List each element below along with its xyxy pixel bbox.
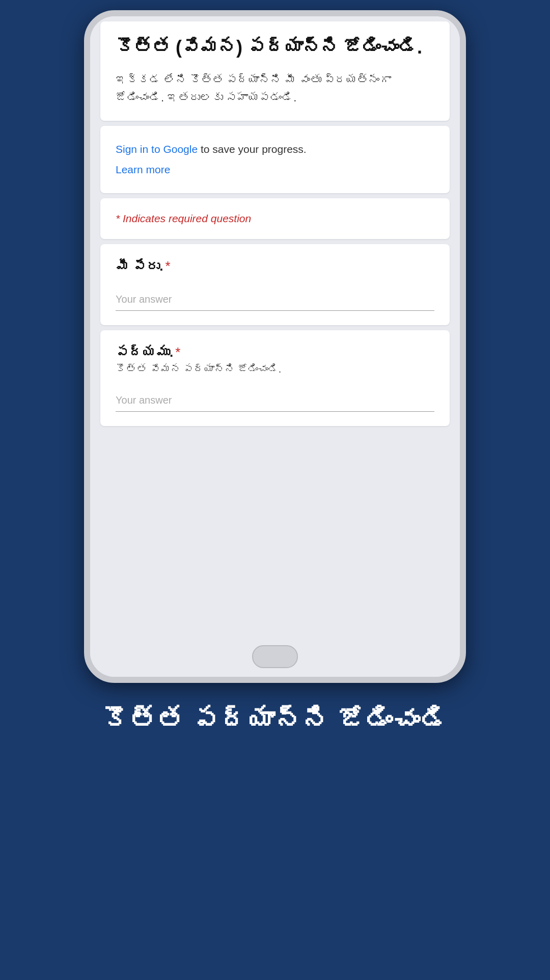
- signin-card: Sign in to Google to save your progress.…: [100, 126, 450, 193]
- form-title: కొత్త (వేమన) పద్యాన్ని జోడించండి.: [116, 36, 434, 60]
- name-required-star: *: [165, 258, 170, 274]
- phone-home-button-area: [90, 636, 460, 677]
- poem-label-text: పద్యము.: [116, 345, 173, 360]
- poem-required-star: *: [175, 345, 180, 360]
- bottom-title: కొత్త పద్యాన్ని జోడించండి: [71, 703, 479, 738]
- home-button[interactable]: [252, 645, 298, 668]
- signin-middle-text: to save your progress.: [198, 143, 307, 155]
- name-label-text: మీ పేరు.: [116, 258, 163, 274]
- name-field-card: మీ పేరు.*: [100, 244, 450, 325]
- required-card: * Indicates required question: [100, 198, 450, 239]
- phone-device: కొత్త (వేమన) పద్యాన్ని జోడించండి. ఇక్కడ …: [84, 10, 466, 683]
- sign-in-google-link[interactable]: Sign in to Google: [116, 143, 198, 155]
- poem-sub-label: కొత్త వేమన పద్యాన్ని జోడించండి.: [116, 363, 434, 375]
- form-description: ఇక్కడ లేని కొత్త పద్యాన్ని మీ వంతు ప్రయత…: [116, 71, 434, 107]
- name-field-label: మీ పేరు.*: [116, 258, 434, 274]
- poem-field-label: పద్యము.*: [116, 345, 434, 360]
- required-text: * Indicates required question: [116, 213, 251, 224]
- header-card: కొత్త (వేమన) పద్యాన్ని జోడించండి. ఇక్కడ …: [100, 21, 450, 121]
- name-answer-input[interactable]: [116, 288, 434, 311]
- poem-field-card: పద్యము.* కొత్త వేమన పద్యాన్ని జోడించండి.: [100, 330, 450, 426]
- poem-answer-input[interactable]: [116, 389, 434, 412]
- learn-more-link[interactable]: Learn more: [116, 161, 434, 179]
- phone-screen: కొత్త (వేమన) పద్యాన్ని జోడించండి. ఇక్కడ …: [90, 16, 460, 636]
